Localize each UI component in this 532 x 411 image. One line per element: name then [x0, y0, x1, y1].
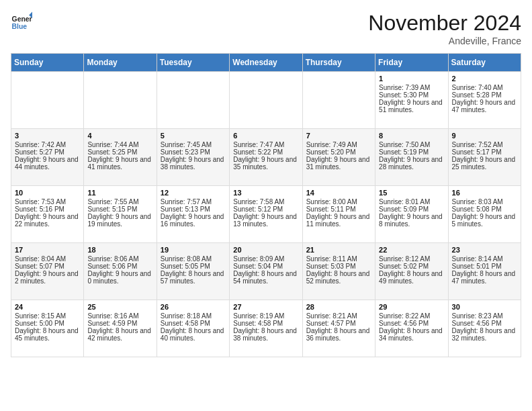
sunrise-text: Sunrise: 8:06 AM: [87, 255, 152, 263]
daylight-text: Daylight: 9 hours and 8 minutes.: [379, 213, 444, 228]
calendar-day-cell: 19Sunrise: 8:08 AMSunset: 5:05 PMDayligh…: [157, 243, 229, 300]
svg-text:Blue: Blue: [12, 23, 28, 30]
daylight-text: Daylight: 8 hours and 45 minutes.: [15, 327, 80, 342]
sunrise-text: Sunrise: 8:22 AM: [379, 312, 444, 320]
day-number: 11: [87, 189, 152, 197]
sunrise-text: Sunrise: 8:16 AM: [87, 312, 152, 320]
sunrise-text: Sunrise: 8:19 AM: [233, 312, 298, 320]
weekday-header-monday: Monday: [84, 54, 157, 72]
calendar-day-cell: 21Sunrise: 8:11 AMSunset: 5:03 PMDayligh…: [302, 243, 375, 300]
day-number: 10: [15, 189, 80, 197]
svg-text:General: General: [12, 15, 32, 23]
sunrise-text: Sunrise: 8:18 AM: [161, 312, 226, 320]
daylight-text: Daylight: 8 hours and 40 minutes.: [161, 327, 226, 342]
calendar-day-cell: [157, 72, 229, 129]
daylight-text: Daylight: 9 hours and 0 minutes.: [87, 270, 152, 285]
sunrise-text: Sunrise: 8:01 AM: [379, 198, 444, 205]
calendar-day-cell: 8Sunrise: 7:50 AMSunset: 5:19 PMDaylight…: [375, 129, 448, 186]
sunset-text: Sunset: 5:17 PM: [452, 148, 517, 156]
day-number: 1: [379, 75, 444, 83]
sunset-text: Sunset: 5:08 PM: [452, 205, 517, 213]
daylight-text: Daylight: 9 hours and 2 minutes.: [15, 270, 80, 285]
daylight-text: Daylight: 8 hours and 49 minutes.: [379, 270, 444, 285]
sunset-text: Sunset: 5:11 PM: [306, 205, 371, 213]
sunset-text: Sunset: 5:23 PM: [161, 148, 226, 156]
day-number: 12: [161, 189, 226, 197]
calendar-day-cell: 1Sunrise: 7:39 AMSunset: 5:30 PMDaylight…: [375, 72, 448, 129]
daylight-text: Daylight: 9 hours and 28 minutes.: [379, 156, 444, 171]
daylight-text: Daylight: 9 hours and 22 minutes.: [15, 213, 80, 228]
calendar-week-row: 3Sunrise: 7:42 AMSunset: 5:27 PMDaylight…: [11, 129, 521, 186]
daylight-text: Daylight: 9 hours and 51 minutes.: [379, 99, 444, 113]
sunrise-text: Sunrise: 8:04 AM: [15, 255, 80, 263]
daylight-text: Daylight: 9 hours and 16 minutes.: [161, 213, 226, 228]
daylight-text: Daylight: 8 hours and 57 minutes.: [161, 270, 226, 285]
day-number: 25: [87, 303, 152, 311]
calendar-day-cell: [230, 72, 302, 129]
sunrise-text: Sunrise: 7:50 AM: [379, 141, 444, 148]
calendar-day-cell: 13Sunrise: 7:58 AMSunset: 5:12 PMDayligh…: [230, 186, 302, 243]
daylight-text: Daylight: 9 hours and 19 minutes.: [87, 213, 152, 228]
sunset-text: Sunset: 4:58 PM: [161, 320, 226, 327]
sunset-text: Sunset: 4:56 PM: [379, 320, 444, 327]
sunset-text: Sunset: 5:04 PM: [233, 263, 298, 270]
sunset-text: Sunset: 5:07 PM: [15, 263, 80, 270]
daylight-text: Daylight: 9 hours and 11 minutes.: [306, 213, 371, 228]
sunrise-text: Sunrise: 8:21 AM: [306, 312, 371, 320]
weekday-header-friday: Friday: [375, 54, 448, 72]
sunset-text: Sunset: 5:22 PM: [233, 148, 298, 156]
calendar-day-cell: 18Sunrise: 8:06 AMSunset: 5:06 PMDayligh…: [84, 243, 157, 300]
sunrise-text: Sunrise: 8:11 AM: [306, 255, 371, 263]
calendar-day-cell: 4Sunrise: 7:44 AMSunset: 5:25 PMDaylight…: [84, 129, 157, 186]
sunrise-text: Sunrise: 7:52 AM: [452, 141, 517, 148]
day-number: 5: [161, 132, 226, 140]
sunrise-text: Sunrise: 7:53 AM: [15, 198, 80, 205]
sunrise-text: Sunrise: 7:44 AM: [87, 141, 152, 148]
calendar-day-cell: [302, 72, 375, 129]
day-number: 3: [15, 132, 80, 140]
logo-icon: General Blue: [11, 11, 32, 32]
sunrise-text: Sunrise: 8:08 AM: [161, 255, 226, 263]
day-number: 30: [452, 303, 517, 311]
calendar-day-cell: 10Sunrise: 7:53 AMSunset: 5:16 PMDayligh…: [11, 186, 84, 243]
weekday-header-sunday: Sunday: [11, 54, 84, 72]
calendar-week-row: 24Sunrise: 8:15 AMSunset: 5:00 PMDayligh…: [11, 300, 521, 357]
sunrise-text: Sunrise: 8:15 AM: [15, 312, 80, 320]
daylight-text: Daylight: 9 hours and 25 minutes.: [452, 156, 517, 171]
weekday-header-row: SundayMondayTuesdayWednesdayThursdayFrid…: [11, 54, 521, 72]
sunset-text: Sunset: 5:13 PM: [161, 205, 226, 213]
calendar-day-cell: 14Sunrise: 8:00 AMSunset: 5:11 PMDayligh…: [302, 186, 375, 243]
calendar-day-cell: 11Sunrise: 7:55 AMSunset: 5:15 PMDayligh…: [84, 186, 157, 243]
sunset-text: Sunset: 5:15 PM: [87, 205, 152, 213]
calendar-day-cell: [11, 72, 84, 129]
sunrise-text: Sunrise: 8:00 AM: [306, 198, 371, 205]
sunrise-text: Sunrise: 7:40 AM: [452, 84, 517, 91]
day-number: 16: [452, 189, 517, 197]
title-block: November 2024 Andeville, France: [368, 11, 521, 46]
sunset-text: Sunset: 5:30 PM: [379, 91, 444, 99]
calendar-day-cell: 7Sunrise: 7:49 AMSunset: 5:20 PMDaylight…: [302, 129, 375, 186]
day-number: 17: [15, 246, 80, 254]
sunrise-text: Sunrise: 7:45 AM: [161, 141, 226, 148]
sunset-text: Sunset: 5:27 PM: [15, 148, 80, 156]
page-header: General Blue November 2024 Andeville, Fr…: [11, 11, 521, 46]
logo: General Blue: [11, 11, 32, 32]
day-number: 7: [306, 132, 371, 140]
calendar-day-cell: 24Sunrise: 8:15 AMSunset: 5:00 PMDayligh…: [11, 300, 84, 357]
calendar-day-cell: 22Sunrise: 8:12 AMSunset: 5:02 PMDayligh…: [375, 243, 448, 300]
sunrise-text: Sunrise: 8:12 AM: [379, 255, 444, 263]
daylight-text: Daylight: 8 hours and 32 minutes.: [452, 327, 517, 342]
day-number: 9: [452, 132, 517, 140]
calendar-day-cell: 15Sunrise: 8:01 AMSunset: 5:09 PMDayligh…: [375, 186, 448, 243]
daylight-text: Daylight: 8 hours and 34 minutes.: [379, 327, 444, 342]
sunset-text: Sunset: 5:19 PM: [379, 148, 444, 156]
day-number: 28: [306, 303, 371, 311]
calendar-day-cell: 6Sunrise: 7:47 AMSunset: 5:22 PMDaylight…: [230, 129, 302, 186]
sunset-text: Sunset: 5:20 PM: [306, 148, 371, 156]
sunrise-text: Sunrise: 8:09 AM: [233, 255, 298, 263]
sunset-text: Sunset: 5:00 PM: [15, 320, 80, 327]
calendar-day-cell: 5Sunrise: 7:45 AMSunset: 5:23 PMDaylight…: [157, 129, 229, 186]
daylight-text: Daylight: 8 hours and 52 minutes.: [306, 270, 371, 285]
sunset-text: Sunset: 5:05 PM: [161, 263, 226, 270]
calendar-table: SundayMondayTuesdayWednesdayThursdayFrid…: [11, 53, 521, 357]
